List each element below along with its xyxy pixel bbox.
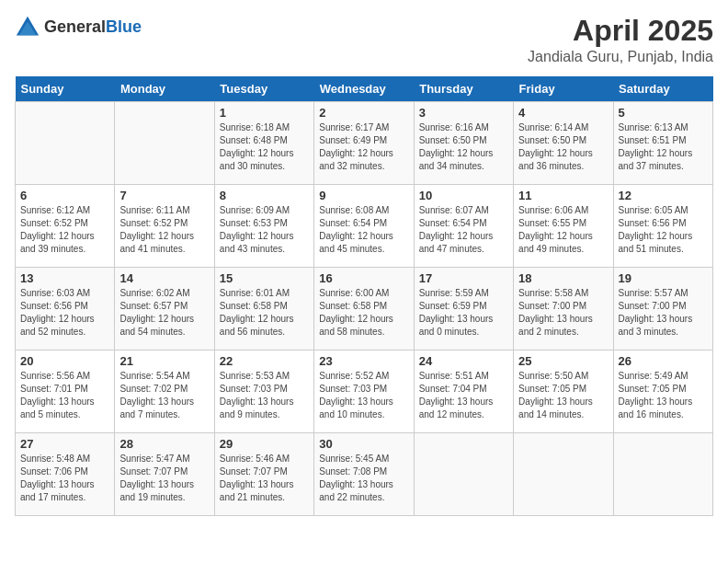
week-row-1: 1Sunrise: 6:18 AM Sunset: 6:48 PM Daylig… (16, 102, 713, 185)
day-info: Sunrise: 6:08 AM Sunset: 6:54 PM Dayligh… (319, 204, 408, 256)
day-number: 14 (119, 271, 209, 285)
calendar-header: Sunday Monday Tuesday Wednesday Thursday… (16, 76, 713, 102)
col-tuesday: Tuesday (214, 76, 313, 102)
calendar-cell (16, 102, 115, 185)
day-number: 17 (419, 271, 508, 285)
calendar-subtitle: Jandiala Guru, Punjab, India (528, 49, 713, 65)
day-number: 8 (220, 189, 309, 202)
calendar-cell: 27Sunrise: 5:48 AM Sunset: 7:06 PM Dayli… (16, 433, 115, 516)
calendar-cell (514, 433, 613, 516)
day-info: Sunrise: 6:06 AM Sunset: 6:55 PM Dayligh… (518, 204, 608, 256)
day-number: 26 (619, 354, 708, 368)
day-number: 23 (319, 354, 408, 368)
day-number: 19 (619, 271, 708, 285)
day-number: 28 (119, 437, 209, 451)
day-info: Sunrise: 6:02 AM Sunset: 6:57 PM Dayligh… (119, 287, 209, 339)
day-info: Sunrise: 5:52 AM Sunset: 7:03 PM Dayligh… (319, 370, 408, 421)
day-info: Sunrise: 5:48 AM Sunset: 7:06 PM Dayligh… (20, 453, 109, 504)
calendar-cell: 19Sunrise: 5:57 AM Sunset: 7:00 PM Dayli… (613, 268, 712, 350)
calendar-cell (115, 102, 214, 185)
week-row-3: 13Sunrise: 6:03 AM Sunset: 6:56 PM Dayli… (16, 268, 713, 350)
day-info: Sunrise: 6:13 AM Sunset: 6:51 PM Dayligh… (619, 121, 708, 173)
calendar-title: April 2025 (528, 15, 713, 47)
calendar-cell: 14Sunrise: 6:02 AM Sunset: 6:57 PM Dayli… (115, 268, 214, 350)
calendar-cell: 26Sunrise: 5:49 AM Sunset: 7:05 PM Dayli… (613, 350, 712, 433)
day-number: 11 (518, 189, 608, 202)
col-friday: Friday (514, 76, 613, 102)
day-number: 7 (119, 189, 209, 202)
calendar-cell: 15Sunrise: 6:01 AM Sunset: 6:58 PM Dayli… (214, 268, 313, 350)
day-info: Sunrise: 6:09 AM Sunset: 6:53 PM Dayligh… (220, 204, 309, 256)
day-number: 12 (619, 189, 708, 202)
week-row-5: 27Sunrise: 5:48 AM Sunset: 7:06 PM Dayli… (16, 433, 713, 516)
logo-icon (15, 15, 40, 40)
day-info: Sunrise: 6:01 AM Sunset: 6:58 PM Dayligh… (220, 287, 309, 339)
week-row-4: 20Sunrise: 5:56 AM Sunset: 7:01 PM Dayli… (16, 350, 713, 433)
day-number: 20 (20, 354, 109, 368)
title-area: April 2025 Jandiala Guru, Punjab, India (528, 15, 713, 65)
col-thursday: Thursday (414, 76, 513, 102)
day-number: 2 (319, 106, 408, 120)
day-info: Sunrise: 6:17 AM Sunset: 6:49 PM Dayligh… (319, 121, 408, 173)
day-info: Sunrise: 6:11 AM Sunset: 6:52 PM Dayligh… (119, 204, 209, 256)
day-number: 1 (220, 106, 309, 120)
day-number: 22 (220, 354, 309, 368)
calendar-cell: 7Sunrise: 6:11 AM Sunset: 6:52 PM Daylig… (115, 185, 214, 268)
day-number: 27 (20, 437, 109, 451)
day-info: Sunrise: 5:50 AM Sunset: 7:05 PM Dayligh… (518, 370, 608, 421)
calendar-cell: 21Sunrise: 5:54 AM Sunset: 7:02 PM Dayli… (115, 350, 214, 433)
logo-text-general: GeneralBlue (44, 18, 142, 37)
calendar-cell: 17Sunrise: 5:59 AM Sunset: 6:59 PM Dayli… (414, 268, 513, 350)
day-info: Sunrise: 5:51 AM Sunset: 7:04 PM Dayligh… (419, 370, 508, 421)
day-number: 6 (20, 189, 109, 202)
calendar-cell (414, 433, 513, 516)
calendar-cell: 10Sunrise: 6:07 AM Sunset: 6:54 PM Dayli… (414, 185, 513, 268)
page-header: GeneralBlue April 2025 Jandiala Guru, Pu… (15, 15, 713, 65)
calendar-cell: 9Sunrise: 6:08 AM Sunset: 6:54 PM Daylig… (314, 185, 414, 268)
calendar-cell: 24Sunrise: 5:51 AM Sunset: 7:04 PM Dayli… (414, 350, 513, 433)
day-info: Sunrise: 5:46 AM Sunset: 7:07 PM Dayligh… (220, 453, 309, 504)
day-info: Sunrise: 6:00 AM Sunset: 6:58 PM Dayligh… (319, 287, 408, 339)
day-number: 10 (419, 189, 508, 202)
calendar-cell (613, 433, 712, 516)
calendar-cell: 4Sunrise: 6:14 AM Sunset: 6:50 PM Daylig… (514, 102, 613, 185)
calendar-cell: 6Sunrise: 6:12 AM Sunset: 6:52 PM Daylig… (16, 185, 115, 268)
calendar-cell: 5Sunrise: 6:13 AM Sunset: 6:51 PM Daylig… (613, 102, 712, 185)
day-number: 13 (20, 271, 109, 285)
calendar-cell: 25Sunrise: 5:50 AM Sunset: 7:05 PM Dayli… (514, 350, 613, 433)
header-row: Sunday Monday Tuesday Wednesday Thursday… (16, 76, 713, 102)
day-number: 30 (319, 437, 408, 451)
calendar-cell: 11Sunrise: 6:06 AM Sunset: 6:55 PM Dayli… (514, 185, 613, 268)
calendar-cell: 3Sunrise: 6:16 AM Sunset: 6:50 PM Daylig… (414, 102, 513, 185)
day-number: 4 (518, 106, 608, 120)
calendar-cell: 30Sunrise: 5:45 AM Sunset: 7:08 PM Dayli… (314, 433, 414, 516)
calendar-cell: 13Sunrise: 6:03 AM Sunset: 6:56 PM Dayli… (16, 268, 115, 350)
calendar-cell: 29Sunrise: 5:46 AM Sunset: 7:07 PM Dayli… (214, 433, 313, 516)
day-number: 16 (319, 271, 408, 285)
day-info: Sunrise: 6:05 AM Sunset: 6:56 PM Dayligh… (619, 204, 708, 256)
logo: GeneralBlue (15, 15, 142, 40)
calendar-cell: 8Sunrise: 6:09 AM Sunset: 6:53 PM Daylig… (214, 185, 313, 268)
day-info: Sunrise: 6:14 AM Sunset: 6:50 PM Dayligh… (518, 121, 608, 173)
col-saturday: Saturday (613, 76, 712, 102)
calendar-table: Sunday Monday Tuesday Wednesday Thursday… (15, 76, 713, 516)
calendar-cell: 28Sunrise: 5:47 AM Sunset: 7:07 PM Dayli… (115, 433, 214, 516)
day-number: 3 (419, 106, 508, 120)
day-info: Sunrise: 6:03 AM Sunset: 6:56 PM Dayligh… (20, 287, 109, 339)
day-number: 24 (419, 354, 508, 368)
day-info: Sunrise: 5:56 AM Sunset: 7:01 PM Dayligh… (20, 370, 109, 421)
calendar-cell: 12Sunrise: 6:05 AM Sunset: 6:56 PM Dayli… (613, 185, 712, 268)
day-info: Sunrise: 5:49 AM Sunset: 7:05 PM Dayligh… (619, 370, 708, 421)
day-number: 25 (518, 354, 608, 368)
day-info: Sunrise: 5:53 AM Sunset: 7:03 PM Dayligh… (220, 370, 309, 421)
calendar-cell: 2Sunrise: 6:17 AM Sunset: 6:49 PM Daylig… (314, 102, 414, 185)
day-info: Sunrise: 5:45 AM Sunset: 7:08 PM Dayligh… (319, 453, 408, 504)
calendar-cell: 1Sunrise: 6:18 AM Sunset: 6:48 PM Daylig… (214, 102, 313, 185)
day-number: 15 (220, 271, 309, 285)
calendar-body: 1Sunrise: 6:18 AM Sunset: 6:48 PM Daylig… (16, 102, 713, 516)
calendar-cell: 22Sunrise: 5:53 AM Sunset: 7:03 PM Dayli… (214, 350, 313, 433)
calendar-cell: 16Sunrise: 6:00 AM Sunset: 6:58 PM Dayli… (314, 268, 414, 350)
day-info: Sunrise: 6:18 AM Sunset: 6:48 PM Dayligh… (220, 121, 309, 173)
calendar-cell: 20Sunrise: 5:56 AM Sunset: 7:01 PM Dayli… (16, 350, 115, 433)
day-info: Sunrise: 6:07 AM Sunset: 6:54 PM Dayligh… (419, 204, 508, 256)
